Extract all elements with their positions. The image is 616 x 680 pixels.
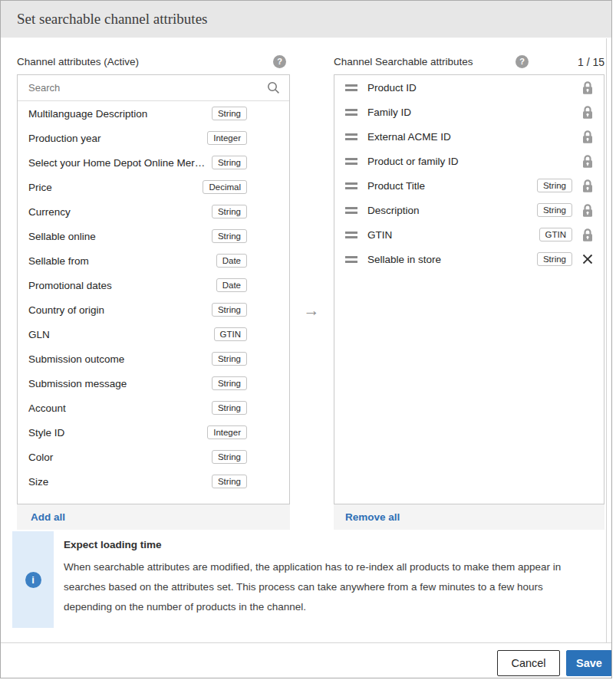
attribute-row[interactable]: Production year Integer xyxy=(18,126,289,150)
selected-count: 1 / 15 xyxy=(578,56,604,68)
searchable-attribute-row[interactable]: Product or family ID xyxy=(334,149,604,173)
footer-divider xyxy=(1,642,611,643)
active-attributes-panel: Multilanguage Description String Product… xyxy=(17,74,290,504)
searchable-attribute-row[interactable]: Product ID xyxy=(334,75,604,100)
attribute-label: Description xyxy=(367,205,531,216)
attribute-label: External ACME ID xyxy=(367,131,580,143)
attribute-type-badge: GTIN xyxy=(539,228,572,241)
cancel-button[interactable]: Cancel xyxy=(497,650,560,676)
help-icon[interactable] xyxy=(516,55,529,68)
content-right-border xyxy=(606,38,607,642)
attribute-row[interactable]: Submission message String xyxy=(18,371,289,396)
search-bar xyxy=(18,75,289,101)
attribute-row[interactable]: Style ID Integer xyxy=(18,420,289,445)
attribute-type-badge: String xyxy=(212,107,247,120)
remove-all-link[interactable]: Remove all xyxy=(345,511,400,523)
right-panel-footer: Remove all xyxy=(334,504,604,530)
lock-icon xyxy=(580,179,595,193)
info-stripe xyxy=(12,531,54,628)
move-right-arrow-icon xyxy=(300,301,323,320)
attribute-label: Account xyxy=(28,402,206,414)
attribute-label: Color xyxy=(28,452,206,463)
attribute-type-badge: String xyxy=(212,229,247,243)
drag-handle-icon[interactable] xyxy=(345,256,357,263)
searchable-attributes-list: Product ID Family ID xyxy=(334,75,604,271)
lock-icon xyxy=(580,80,595,95)
attribute-row[interactable]: Currency String xyxy=(18,199,289,224)
attribute-label: Production year xyxy=(28,133,201,144)
attribute-label: Sellable online xyxy=(28,231,206,242)
active-attributes-list: Multilanguage Description String Product… xyxy=(18,101,289,494)
right-panel-header: Channel Searchable attributes 1 / 15 xyxy=(334,56,604,70)
info-title: Expect loading time xyxy=(64,539,589,550)
searchable-attribute-row[interactable]: Product Title String xyxy=(334,173,604,198)
attribute-row[interactable]: Sellable from Date xyxy=(18,248,289,273)
dialog-title: Set searchable channel attributes xyxy=(17,11,207,28)
searchable-attribute-row[interactable]: External ACME ID xyxy=(334,124,604,149)
attribute-row[interactable]: Color String xyxy=(18,445,289,469)
attribute-row[interactable]: Country of origin String xyxy=(18,297,289,322)
searchable-attribute-row[interactable]: Description String xyxy=(334,198,604,222)
left-panel-title: Channel attributes (Active) xyxy=(17,56,139,67)
search-input[interactable] xyxy=(27,81,266,94)
attribute-label: Multilanguage Description xyxy=(28,108,206,120)
search-icon xyxy=(266,81,280,95)
lock-icon xyxy=(580,130,595,144)
attribute-row[interactable]: GLN GTIN xyxy=(18,322,289,347)
left-panel-footer: Add all xyxy=(17,504,290,530)
attribute-label: GLN xyxy=(28,329,208,340)
lock-icon xyxy=(580,105,595,120)
attribute-label: Product Title xyxy=(367,180,531,192)
attribute-type-badge: String xyxy=(212,303,247,317)
attribute-type-badge: String xyxy=(212,475,247,488)
info-icon xyxy=(25,572,41,588)
right-panel-title: Channel Searchable attributes xyxy=(334,56,473,67)
searchable-attribute-row[interactable]: Sellable in store String xyxy=(334,247,604,271)
attribute-row[interactable]: Submission outcome String xyxy=(18,347,289,371)
attribute-row[interactable]: Price Decimal xyxy=(18,175,289,199)
attribute-type-badge: String xyxy=(537,252,572,266)
attribute-type-badge: String xyxy=(212,205,247,218)
attribute-row[interactable]: Size String xyxy=(18,469,289,494)
attribute-type-badge: String xyxy=(212,352,247,366)
save-button[interactable]: Save xyxy=(566,650,612,676)
lock-icon xyxy=(580,228,595,242)
attribute-label: Sellable in store xyxy=(367,254,531,265)
lock-icon xyxy=(580,203,595,218)
attribute-type-badge: GTIN xyxy=(214,327,247,341)
searchable-attribute-row[interactable]: GTIN GTIN xyxy=(334,222,604,247)
info-callout: Expect loading time When searchable attr… xyxy=(12,531,604,628)
attribute-label: Sellable from xyxy=(28,255,210,267)
attribute-label: Family ID xyxy=(367,107,580,118)
attribute-row[interactable]: Multilanguage Description String xyxy=(18,101,289,126)
add-all-link[interactable]: Add all xyxy=(31,511,65,523)
attribute-label: Country of origin xyxy=(28,304,206,316)
attribute-type-badge: Integer xyxy=(207,131,247,145)
searchable-attributes-panel: Product ID Family ID xyxy=(334,74,604,504)
drag-handle-icon[interactable] xyxy=(345,133,357,140)
drag-handle-icon[interactable] xyxy=(345,84,357,91)
attribute-type-badge: Integer xyxy=(207,425,247,439)
attribute-type-badge: String xyxy=(212,450,247,464)
attribute-label: Submission message xyxy=(28,378,206,389)
searchable-attribute-row[interactable]: Family ID xyxy=(334,100,604,124)
drag-handle-icon[interactable] xyxy=(345,232,357,238)
info-body: When searchable attributes are modified,… xyxy=(64,557,589,617)
drag-handle-icon[interactable] xyxy=(345,158,357,165)
drag-handle-icon[interactable] xyxy=(345,109,357,116)
attribute-label: Style ID xyxy=(28,427,201,439)
drag-handle-icon[interactable] xyxy=(345,207,357,214)
attribute-label: Product or family ID xyxy=(367,156,580,167)
attribute-row[interactable]: Account String xyxy=(18,396,289,420)
attribute-row[interactable]: Promotional dates Date xyxy=(18,273,289,297)
drag-handle-icon[interactable] xyxy=(345,182,357,189)
remove-icon[interactable] xyxy=(580,254,595,264)
attribute-label: Currency xyxy=(28,206,206,218)
attribute-row[interactable]: Sellable online String xyxy=(18,224,289,248)
attribute-type-badge: String xyxy=(537,203,572,217)
info-content: Expect loading time When searchable attr… xyxy=(54,531,604,628)
attribute-label: Promotional dates xyxy=(28,280,210,291)
attribute-type-badge: String xyxy=(212,401,247,415)
help-icon[interactable] xyxy=(273,55,286,68)
attribute-row[interactable]: Select your Home Depot Online Merchan...… xyxy=(18,150,289,175)
